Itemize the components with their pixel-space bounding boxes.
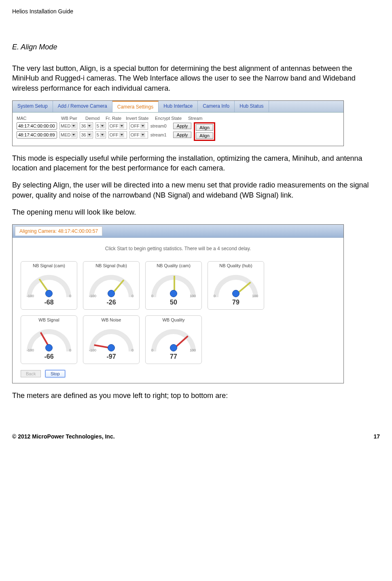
tab-hub-status[interactable]: Hub Status	[235, 101, 269, 112]
apply-button[interactable]: Apply	[173, 132, 192, 138]
gauge: WB Noise-1000-97	[83, 315, 140, 364]
stop-button[interactable]: Stop	[45, 370, 65, 377]
gauge-title: NB Quality (cam)	[146, 263, 201, 268]
align-hint-text: Click Start to begin getting statistics.…	[21, 246, 335, 251]
gauge-value: -26	[83, 299, 139, 306]
col-demod: Demod	[85, 116, 102, 121]
table-row: MED 36 5 OFF OFF stream1 Apply	[17, 131, 191, 138]
col-encrypt: Encrypt State	[155, 116, 184, 121]
stream-label: stream1	[150, 132, 171, 137]
gauge-ticks: 0100	[146, 348, 201, 352]
align-tab-title: Aligning Camera: 48:17:4C:00:00:57	[15, 226, 102, 236]
page-number: 17	[373, 433, 380, 440]
gauge-value: 79	[208, 299, 264, 306]
gauge-ticks: -1000	[21, 348, 77, 352]
gauge-title: WB Signal	[21, 317, 77, 322]
tab-system-setup[interactable]: System Setup	[13, 101, 53, 112]
gauge-title: NB Quality (hub)	[208, 263, 264, 268]
gauge-title: NB Signal (hub)	[83, 263, 139, 268]
copyright-text: © 2012 MicroPower Technologies, Inc.	[12, 433, 115, 440]
wbpwr-select[interactable]: MED	[59, 122, 77, 130]
col-stream: Stream	[188, 116, 208, 121]
gauge-title: WB Noise	[83, 317, 139, 322]
gauge: NB Quality (cam)010050	[145, 261, 202, 310]
gauge-value: -97	[83, 353, 139, 360]
frrate-select[interactable]: 5	[95, 122, 106, 130]
gauge-value: 50	[146, 299, 201, 306]
gauge-value: -66	[21, 353, 77, 360]
frrate-select[interactable]: 5	[95, 131, 106, 138]
gauge-title: WB Quality	[146, 317, 201, 322]
button-row: Back Stop	[21, 370, 335, 377]
col-mac: MAC	[17, 116, 57, 121]
screenshot-camera-settings: System Setup Add / Remove Camera Camera …	[12, 100, 344, 146]
tab-bar: System Setup Add / Remove Camera Camera …	[13, 101, 343, 113]
gauge-value: -68	[21, 299, 77, 306]
screenshot-align-gauges: Aligning Camera: 48:17:4C:00:00:57 Click…	[12, 224, 344, 383]
stream-label: stream0	[150, 123, 171, 128]
gauge-ticks: 0100	[146, 294, 201, 298]
doc-header: Helios Installation Guide	[12, 8, 380, 15]
gauge-title: NB Signal (cam)	[21, 263, 77, 268]
encrypt-select[interactable]: OFF	[129, 122, 148, 130]
chevron-down-icon	[119, 123, 124, 128]
align-button[interactable]: Align	[196, 124, 213, 131]
invert-select[interactable]: OFF	[108, 122, 127, 130]
demod-select[interactable]: 36	[80, 131, 93, 138]
section-title: E. Align Mode	[12, 43, 380, 51]
paragraph-2: This mode is especially useful while per…	[12, 153, 380, 173]
invert-select[interactable]: OFF	[108, 131, 127, 138]
gauge-value: 77	[146, 353, 201, 360]
chevron-down-icon	[140, 132, 145, 137]
chevron-down-icon	[119, 132, 124, 137]
gauge-ticks: -1000	[83, 348, 139, 352]
chevron-down-icon	[87, 132, 92, 137]
gauge-row-bottom: WB Signal-1000-66WB Noise-1000-97WB Qual…	[21, 315, 335, 364]
page-footer: © 2012 MicroPower Technologies, Inc. 17	[12, 433, 380, 440]
apply-button[interactable]: Apply	[173, 123, 192, 129]
align-header-bar: Aligning Camera: 48:17:4C:00:00:57	[13, 225, 343, 238]
paragraph-4: The opening menu will look like below.	[12, 207, 380, 217]
chevron-down-icon	[87, 123, 92, 128]
col-invert: Invert State	[126, 116, 151, 121]
demod-select[interactable]: 36	[80, 122, 93, 130]
chevron-down-icon	[71, 123, 76, 128]
back-button: Back	[21, 370, 41, 377]
gauge-ticks: 0100	[208, 294, 264, 298]
mac-field[interactable]	[17, 122, 57, 130]
mac-field[interactable]	[17, 131, 57, 138]
wbpwr-select[interactable]: MED	[59, 131, 77, 138]
gauge: NB Signal (cam)-1000-68	[21, 261, 77, 310]
chevron-down-icon	[140, 123, 145, 128]
chevron-down-icon	[100, 132, 105, 137]
gauge-ticks: -1000	[21, 294, 77, 298]
col-frrate: Fr. Rate	[106, 116, 122, 121]
gauge: NB Quality (hub)010079	[208, 261, 264, 310]
paragraph-1: The very last button, Align, is a specia…	[12, 64, 380, 93]
settings-panel: MAC WB Pwr Demod Fr. Rate Invert State E…	[13, 113, 343, 146]
tab-camera-info[interactable]: Camera Info	[198, 101, 235, 112]
gauge-row-top: NB Signal (cam)-1000-68NB Signal (hub)-1…	[21, 261, 335, 310]
tab-hub-interface[interactable]: Hub Interface	[159, 101, 198, 112]
align-button[interactable]: Align	[196, 132, 213, 139]
chevron-down-icon	[71, 132, 76, 137]
column-headers: MAC WB Pwr Demod Fr. Rate Invert State E…	[17, 116, 339, 121]
table-row: MED 36 5 OFF OFF stream0 Apply	[17, 122, 191, 130]
gauge: WB Quality010077	[145, 315, 202, 364]
tab-camera-settings[interactable]: Camera Settings	[112, 101, 159, 112]
encrypt-select[interactable]: OFF	[129, 131, 148, 138]
chevron-down-icon	[100, 123, 105, 128]
gauge-ticks: -1000	[83, 294, 139, 298]
col-wbpwr: WB Pwr	[61, 116, 81, 121]
gauge: WB Signal-1000-66	[21, 315, 77, 364]
tab-add-remove-camera[interactable]: Add / Remove Camera	[53, 101, 112, 112]
paragraph-5: The meters are defined as you move left …	[12, 391, 380, 400]
paragraph-3: By selecting Align, the user will be dir…	[12, 180, 380, 200]
gauge: NB Signal (hub)-1000-26	[83, 261, 140, 310]
align-highlight-box: Align Align	[194, 122, 215, 141]
